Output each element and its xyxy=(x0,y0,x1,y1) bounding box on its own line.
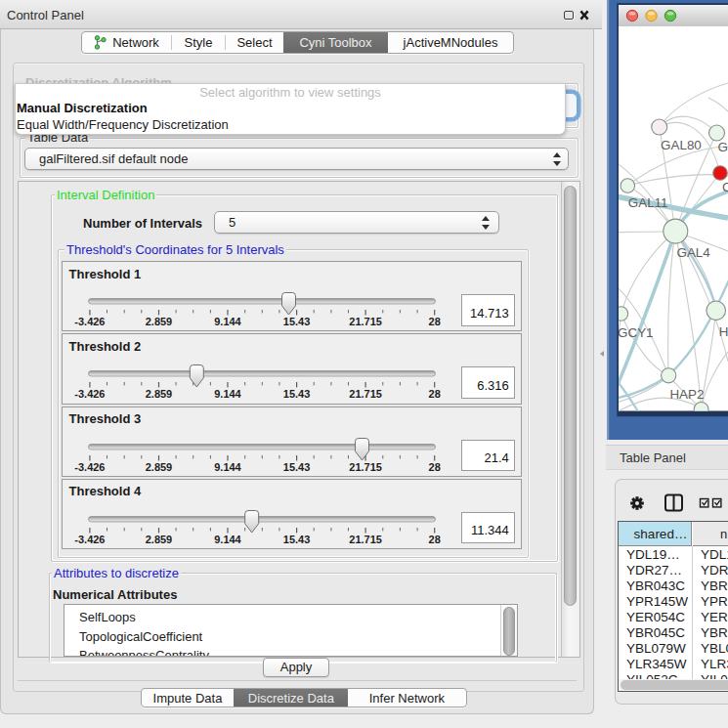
svg-text:2.859: 2.859 xyxy=(146,388,173,400)
svg-text:HAP2: HAP2 xyxy=(669,387,704,402)
svg-text:G.: G. xyxy=(718,140,728,154)
svg-text:GAL11: GAL11 xyxy=(628,195,668,210)
svg-text:9.144: 9.144 xyxy=(214,388,241,400)
svg-text:28: 28 xyxy=(429,460,441,472)
svg-text:21.715: 21.715 xyxy=(349,534,382,545)
svg-text:9.144: 9.144 xyxy=(214,460,241,472)
svg-text:GAL80: GAL80 xyxy=(661,138,702,152)
svg-text:15.43: 15.43 xyxy=(283,460,311,472)
svg-text:-3.426: -3.426 xyxy=(74,388,105,400)
svg-text:GAL4: GAL4 xyxy=(677,245,711,260)
svg-text:C: C xyxy=(722,180,728,194)
svg-text:2.859: 2.859 xyxy=(146,316,173,327)
svg-text:9.144: 9.144 xyxy=(214,316,241,327)
svg-text:15.43: 15.43 xyxy=(283,534,311,545)
svg-text:21.715: 21.715 xyxy=(349,460,382,472)
svg-text:15.43: 15.43 xyxy=(283,388,311,400)
svg-text:21.715: 21.715 xyxy=(349,388,382,400)
svg-text:-3.426: -3.426 xyxy=(74,534,105,545)
svg-text:21.715: 21.715 xyxy=(349,316,382,327)
svg-text:-3.426: -3.426 xyxy=(74,460,105,472)
svg-text:15.43: 15.43 xyxy=(283,316,311,327)
svg-text:2.859: 2.859 xyxy=(146,460,173,472)
svg-text:28: 28 xyxy=(429,534,441,545)
svg-text:28: 28 xyxy=(429,316,441,327)
svg-text:GCY1: GCY1 xyxy=(618,325,653,340)
svg-text:H: H xyxy=(719,324,728,339)
svg-text:2.859: 2.859 xyxy=(146,534,173,545)
svg-text:-3.426: -3.426 xyxy=(74,316,105,327)
svg-text:28: 28 xyxy=(429,388,441,400)
svg-text:9.144: 9.144 xyxy=(214,534,241,545)
